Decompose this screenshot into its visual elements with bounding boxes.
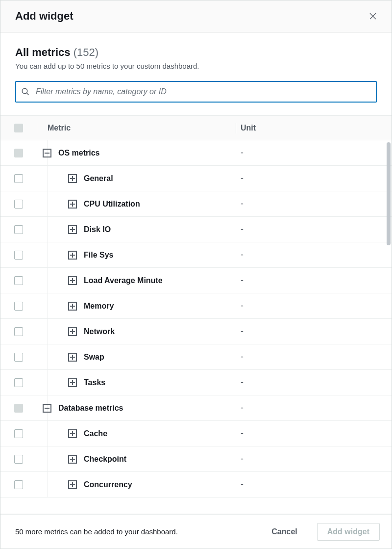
- table-row[interactable]: Disk IO-: [0, 217, 392, 242]
- row-unit-cell: -: [236, 148, 392, 158]
- metric-label: Load Average Minute: [84, 276, 163, 285]
- expand-icon[interactable]: [68, 302, 77, 311]
- row-checkbox-cell: [0, 429, 37, 438]
- table-body: OS metrics-General-CPU Utilization-Disk …: [0, 140, 392, 497]
- row-checkbox[interactable]: [14, 174, 23, 183]
- row-checkbox-cell: [0, 200, 37, 209]
- row-checkbox-cell: [0, 480, 37, 489]
- section-title: All metrics (152): [15, 46, 377, 59]
- expand-icon[interactable]: [68, 276, 77, 285]
- row-unit-cell: -: [236, 224, 392, 235]
- row-checkbox-cell: [0, 455, 37, 464]
- metric-label: General: [84, 174, 113, 183]
- row-metric-cell: Concurrency: [37, 480, 236, 489]
- column-header-unit[interactable]: Unit: [236, 124, 392, 132]
- expand-icon[interactable]: [68, 353, 77, 362]
- expand-icon[interactable]: [68, 429, 77, 438]
- row-checkbox[interactable]: [14, 353, 23, 362]
- row-checkbox[interactable]: [14, 251, 23, 260]
- row-checkbox[interactable]: [14, 302, 23, 311]
- expand-icon[interactable]: [68, 225, 77, 234]
- expand-icon[interactable]: [68, 251, 77, 260]
- metric-label: Cache: [84, 429, 107, 438]
- table-row[interactable]: File Sys-: [0, 242, 392, 268]
- section-header: All metrics (152) You can add up to 50 m…: [0, 32, 392, 70]
- row-checkbox[interactable]: [14, 225, 23, 234]
- table-scroll[interactable]: Metric Unit OS metrics-General-CPU Utili…: [0, 115, 392, 514]
- row-checkbox[interactable]: [14, 480, 23, 489]
- close-button[interactable]: [366, 9, 380, 23]
- metric-label: File Sys: [84, 251, 113, 260]
- row-unit-cell: -: [236, 326, 392, 337]
- expand-icon[interactable]: [68, 378, 77, 387]
- table-row[interactable]: Cache-: [0, 421, 392, 446]
- metrics-count: (152): [74, 46, 98, 58]
- modal-header: Add widget: [0, 0, 392, 32]
- row-unit-cell: -: [236, 428, 392, 439]
- table-row[interactable]: Load Average Minute-: [0, 268, 392, 293]
- row-metric-cell: OS metrics: [37, 149, 236, 157]
- table-row[interactable]: Swap-: [0, 344, 392, 370]
- expand-icon[interactable]: [68, 174, 77, 183]
- search-icon: [21, 87, 30, 96]
- close-icon: [368, 12, 377, 21]
- row-checkbox[interactable]: [14, 378, 23, 387]
- row-checkbox-cell: [0, 174, 37, 183]
- table-row[interactable]: Network-: [0, 319, 392, 344]
- row-unit-cell: -: [236, 403, 392, 413]
- row-metric-cell: Checkpoint: [37, 455, 236, 464]
- row-metric-cell: Network: [37, 327, 236, 336]
- row-checkbox[interactable]: [14, 200, 23, 209]
- row-checkbox[interactable]: [14, 404, 23, 413]
- table-row[interactable]: OS metrics-: [0, 140, 392, 166]
- metric-label: OS metrics: [58, 149, 99, 157]
- cancel-button[interactable]: Cancel: [262, 523, 307, 540]
- metric-label: Checkpoint: [84, 455, 126, 464]
- row-unit-cell: -: [236, 479, 392, 490]
- row-metric-cell: Tasks: [37, 378, 236, 387]
- modal-title: Add widget: [15, 10, 74, 23]
- expand-icon[interactable]: [68, 200, 77, 209]
- table-row[interactable]: Checkpoint-: [0, 446, 392, 472]
- row-checkbox[interactable]: [14, 276, 23, 285]
- row-checkbox-cell: [0, 327, 37, 336]
- column-header-metric[interactable]: Metric: [37, 124, 236, 132]
- row-checkbox-cell: [0, 378, 37, 387]
- table-row[interactable]: CPU Utilization-: [0, 191, 392, 217]
- metric-label: Database metrics: [58, 404, 123, 413]
- select-all-checkbox[interactable]: [14, 124, 23, 132]
- table-row[interactable]: General-: [0, 166, 392, 191]
- add-widget-button[interactable]: Add widget: [317, 523, 380, 541]
- row-unit-cell: -: [236, 250, 392, 260]
- row-unit-cell: -: [236, 173, 392, 183]
- row-checkbox[interactable]: [14, 429, 23, 438]
- row-metric-cell: Disk IO: [37, 225, 236, 234]
- search-box[interactable]: [15, 81, 377, 103]
- row-metric-cell: Cache: [37, 429, 236, 438]
- row-checkbox[interactable]: [14, 149, 23, 157]
- row-checkbox[interactable]: [14, 327, 23, 336]
- metric-label: Network: [84, 327, 115, 336]
- expand-icon[interactable]: [68, 455, 77, 464]
- table-row[interactable]: Memory-: [0, 293, 392, 319]
- collapse-icon[interactable]: [43, 149, 51, 157]
- collapse-icon[interactable]: [43, 404, 51, 413]
- metrics-table: Metric Unit OS metrics-General-CPU Utili…: [0, 115, 392, 514]
- svg-point-2: [22, 88, 27, 94]
- footer-status-text: 50 more metrics can be added to your das…: [15, 527, 262, 536]
- row-checkbox-cell: [0, 404, 37, 413]
- row-checkbox-cell: [0, 251, 37, 260]
- row-metric-cell: Swap: [37, 353, 236, 362]
- row-checkbox-cell: [0, 353, 37, 362]
- expand-icon[interactable]: [68, 327, 77, 336]
- row-checkbox[interactable]: [14, 455, 23, 464]
- expand-icon[interactable]: [68, 480, 77, 489]
- row-unit-cell: -: [236, 275, 392, 286]
- metric-label: CPU Utilization: [84, 200, 140, 209]
- table-row[interactable]: Database metrics-: [0, 395, 392, 421]
- table-row[interactable]: Tasks-: [0, 370, 392, 395]
- metric-label: Disk IO: [84, 225, 111, 234]
- metric-label: Swap: [84, 353, 104, 362]
- table-row[interactable]: Concurrency-: [0, 472, 392, 497]
- search-input[interactable]: [35, 87, 371, 97]
